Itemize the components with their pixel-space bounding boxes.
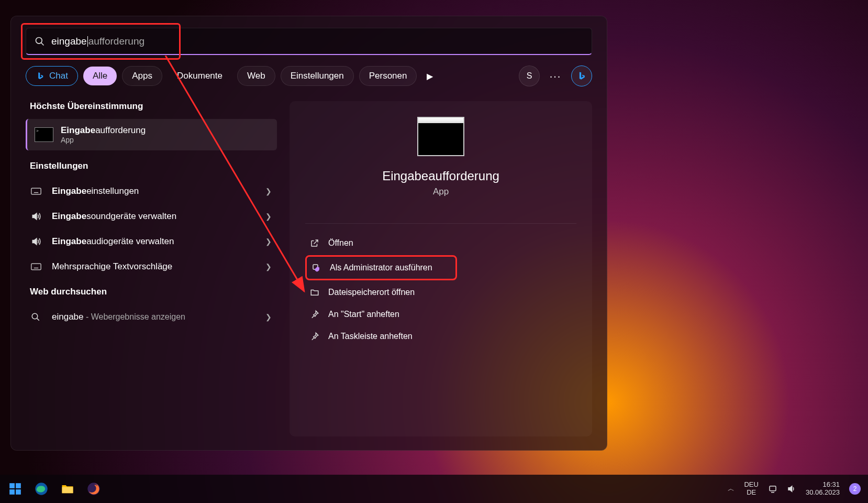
- edge-icon: [34, 482, 49, 496]
- settings-header: Einstellungen: [26, 161, 277, 171]
- svg-rect-21: [9, 483, 15, 488]
- chip-settings[interactable]: Einstellungen: [281, 66, 354, 86]
- pin-icon: [309, 309, 320, 320]
- best-match-bold: Eingabe: [61, 125, 95, 135]
- svg-rect-24: [16, 489, 21, 495]
- notification-badge[interactable]: 2: [849, 483, 861, 495]
- svg-marker-29: [788, 486, 792, 492]
- bing-icon: [36, 71, 45, 81]
- search-icon: [31, 312, 43, 322]
- taskbar-edge[interactable]: [34, 481, 49, 497]
- start-button[interactable]: [7, 481, 23, 497]
- lang-top: DEU: [744, 481, 758, 489]
- chevron-right-icon: ❯: [265, 187, 272, 195]
- best-match-title: Eingabeaufforderung: [61, 125, 146, 136]
- results-left-column: Höchste Übereinstimmung Eingabeaufforder…: [26, 101, 277, 436]
- svg-line-1: [41, 42, 44, 45]
- web-search-label: eingabe - Webergebnisse anzeigen: [52, 312, 257, 322]
- details-pane: Eingabeaufforderung App ÖffnenAls Admini…: [290, 101, 592, 436]
- chip-docs-label: Dokumente: [177, 71, 222, 81]
- chevron-right-icon: ❯: [265, 313, 272, 321]
- more-menu-button[interactable]: ···: [545, 65, 566, 86]
- volume-icon[interactable]: [787, 484, 796, 494]
- chip-docs[interactable]: Dokumente: [168, 67, 232, 85]
- sound-icon: [31, 236, 43, 247]
- best-match-item[interactable]: Eingabeaufforderung App: [26, 119, 277, 150]
- svg-marker-8: [32, 213, 37, 220]
- chip-web[interactable]: Web: [237, 66, 275, 86]
- web-term: eingabe: [52, 312, 84, 322]
- action-label: Öffnen: [328, 238, 353, 248]
- lang-bottom: DE: [744, 489, 758, 497]
- web-suffix: - Webergebnisse anzeigen: [84, 312, 186, 321]
- best-match-header: Höchste Übereinstimmung: [26, 101, 277, 112]
- svg-line-17: [37, 319, 39, 321]
- search-icon: [35, 36, 45, 47]
- settings-result-item[interactable]: Mehrsprachige Textvorschläge❯: [26, 254, 277, 279]
- svg-rect-10: [31, 264, 41, 270]
- bing-chat-button[interactable]: [571, 65, 592, 86]
- more-arrow-icon[interactable]: ▶: [422, 71, 438, 81]
- network-icon[interactable]: [768, 484, 777, 494]
- action--ffnen[interactable]: Öffnen: [305, 232, 576, 254]
- profile-initial: S: [527, 71, 532, 81]
- best-match-rest: aufforderung: [95, 125, 146, 135]
- chip-apps-label: Apps: [132, 71, 152, 81]
- action-label: An Taskleiste anheften: [328, 332, 413, 341]
- chip-all[interactable]: Alle: [83, 67, 117, 85]
- settings-result-item[interactable]: Eingabesoundgeräte verwalten❯: [26, 204, 277, 229]
- chip-people[interactable]: Personen: [359, 66, 417, 86]
- action-label: An "Start" anheften: [328, 310, 399, 319]
- folder-icon: [60, 482, 75, 496]
- svg-point-0: [36, 37, 42, 43]
- settings-result-item[interactable]: Eingabeaudiogeräte verwalten❯: [26, 229, 277, 254]
- action-dateispeicherort-ffnen[interactable]: Dateispeicherort öffnen: [305, 281, 576, 303]
- action-label: Als Administrator ausführen: [330, 263, 432, 272]
- web-search-header: Web durchsuchen: [26, 287, 277, 297]
- chip-web-label: Web: [247, 71, 265, 81]
- chip-all-label: Alle: [93, 71, 107, 81]
- details-title: Eingabeaufforderung: [305, 169, 576, 183]
- chip-chat[interactable]: Chat: [26, 66, 78, 86]
- chevron-right-icon: ❯: [265, 263, 272, 271]
- best-match-subtitle: App: [61, 136, 146, 144]
- keyboard-icon: [31, 187, 43, 195]
- clock-time: 16:31: [806, 481, 840, 489]
- action-an-start-anheften[interactable]: An "Start" anheften: [305, 303, 576, 325]
- action-als-administrator-ausf-hren[interactable]: Als Administrator ausführen: [307, 257, 455, 279]
- taskbar-explorer[interactable]: [60, 481, 75, 497]
- settings-item-label: Eingabeeinstellungen: [52, 186, 257, 196]
- svg-rect-27: [770, 486, 776, 491]
- search-typed: eingabe: [51, 36, 87, 47]
- folder-icon: [309, 287, 320, 298]
- cmd-icon: [35, 127, 53, 142]
- language-indicator[interactable]: DEU DE: [744, 481, 758, 497]
- windows-icon: [8, 482, 22, 496]
- chip-apps[interactable]: Apps: [122, 66, 162, 86]
- pin-icon: [309, 331, 320, 342]
- web-search-item[interactable]: eingabe - Webergebnisse anzeigen ❯: [26, 304, 277, 330]
- settings-result-item[interactable]: Eingabeeinstellungen❯: [26, 179, 277, 204]
- open-icon: [309, 238, 320, 248]
- shield-icon: [311, 263, 321, 273]
- start-search-panel: eingabeaufforderung Chat Alle Apps Dokum…: [10, 16, 607, 451]
- taskbar-firefox[interactable]: [86, 481, 102, 497]
- bing-icon: [576, 71, 587, 81]
- annotation-highlight-admin: Als Administrator ausführen: [305, 255, 457, 280]
- chevron-right-icon: ❯: [265, 212, 272, 221]
- firefox-icon: [86, 482, 101, 496]
- settings-item-label: Eingabeaudiogeräte verwalten: [52, 236, 257, 247]
- chevron-right-icon: ❯: [265, 237, 272, 246]
- action-an-taskleiste-anheften[interactable]: An Taskleiste anheften: [305, 325, 576, 347]
- sound-icon: [31, 211, 43, 222]
- taskbar: ︿ DEU DE 16:31 30.06.2023 2: [0, 475, 868, 503]
- chip-people-label: Personen: [369, 71, 407, 81]
- profile-button[interactable]: S: [519, 65, 540, 86]
- settings-item-label: Mehrsprachige Textvorschläge: [52, 261, 257, 272]
- clock-date: 30.06.2023: [806, 489, 840, 497]
- clock[interactable]: 16:31 30.06.2023: [806, 481, 840, 497]
- tray-chevron-up-icon[interactable]: ︿: [728, 484, 735, 494]
- action-label: Dateispeicherort öffnen: [328, 288, 415, 297]
- search-bar[interactable]: eingabeaufforderung: [26, 28, 592, 55]
- svg-point-16: [32, 313, 38, 319]
